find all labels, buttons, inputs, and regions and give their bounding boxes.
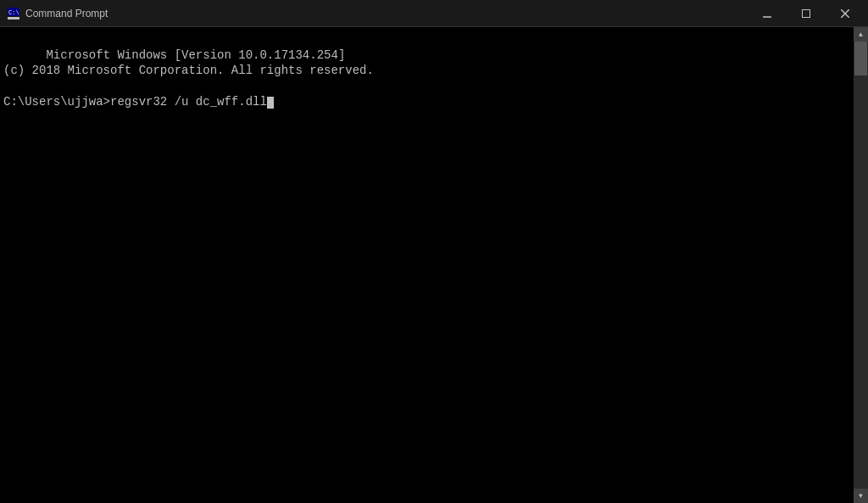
console-line4: C:\Users\ujjwa>regsvr32 /u dc_wff.dll: [3, 95, 274, 109]
cmd-icon: C:\: [7, 7, 20, 20]
cursor: [267, 97, 274, 109]
close-button[interactable]: [826, 0, 865, 27]
title-bar-controls: [748, 0, 865, 26]
console-line2: (c) 2018 Microsoft Corporation. All righ…: [3, 64, 374, 77]
title-bar-title: Command Prompt: [25, 8, 108, 20]
svg-rect-5: [803, 9, 810, 17]
console-output: Microsoft Windows [Version 10.0.17134.25…: [3, 32, 850, 125]
scrollbar-track[interactable]: [854, 42, 868, 489]
console-area: Microsoft Windows [Version 10.0.17134.25…: [0, 27, 868, 503]
scrollbar[interactable]: ▲ ▼: [854, 27, 868, 503]
minimize-button[interactable]: [748, 0, 787, 27]
scrollbar-down-button[interactable]: ▼: [854, 489, 868, 503]
console-line1: Microsoft Windows [Version 10.0.17134.25…: [46, 48, 345, 62]
svg-rect-3: [8, 17, 19, 20]
title-bar: C:\ Command Prompt: [0, 0, 868, 27]
maximize-button[interactable]: [787, 0, 826, 27]
svg-text:C:\: C:\: [8, 9, 19, 16]
console-content[interactable]: Microsoft Windows [Version 10.0.17134.25…: [0, 27, 854, 503]
scrollbar-thumb[interactable]: [854, 42, 867, 75]
title-bar-left: C:\ Command Prompt: [7, 7, 108, 20]
scrollbar-up-button[interactable]: ▲: [854, 27, 868, 42]
